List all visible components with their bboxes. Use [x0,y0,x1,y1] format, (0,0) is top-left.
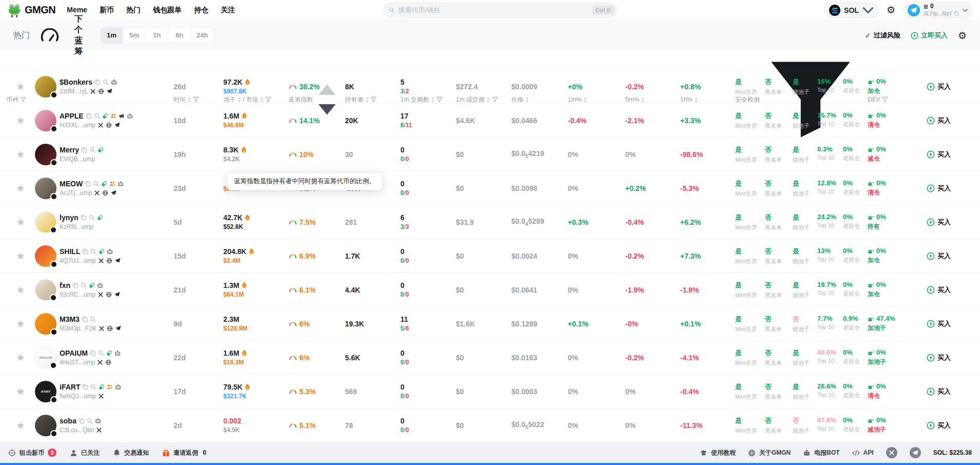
time-filter-1h[interactable]: 1h [146,28,168,43]
search-icon[interactable] [89,215,95,221]
copy-icon[interactable] [90,350,96,356]
pill-icon[interactable] [102,113,108,119]
footer-referral[interactable]: 邀请返佣0 [162,449,206,457]
favorite-star-icon[interactable] [16,286,25,294]
search-icon[interactable] [103,79,109,85]
favorite-star-icon[interactable] [16,387,25,395]
col-header-7[interactable]: 价格 [511,95,568,104]
footer-api[interactable]: API [852,449,874,457]
copy-icon[interactable] [82,248,88,255]
sort-icon[interactable] [365,97,369,103]
token-avatar[interactable] [35,279,56,301]
token-name[interactable]: iFART [60,383,80,391]
token-name[interactable]: APPLE [60,112,84,120]
settings-gear-icon[interactable]: ⚙ [887,5,895,15]
globe-icon[interactable] [106,122,112,128]
token-address[interactable]: 4HuST...ump [60,359,95,366]
copy-icon[interactable] [85,181,91,187]
token-address[interactable]: EViQB...ump [60,156,95,163]
footer-about-gmgn[interactable]: 关于GMGN [748,449,791,457]
people-icon[interactable] [110,113,117,119]
token-name[interactable]: lynyn [60,214,79,222]
token-avatar[interactable] [35,144,56,165]
token-address[interactable]: 2ztfM...njL [60,88,88,95]
buy-button[interactable]: 买入 [927,218,974,227]
col-header-6[interactable]: 1m 成交额 [456,95,511,104]
search-icon[interactable] [89,147,95,153]
filter-risk-toggle[interactable]: ✓ 过滤风险 [865,31,900,40]
sort-icon[interactable] [431,97,435,103]
copy-icon[interactable] [94,79,101,85]
globe-icon[interactable] [98,88,104,94]
sort-icon[interactable] [260,97,264,103]
col-header-10[interactable]: 1h% [680,96,735,103]
col-header-11[interactable]: 安全检测 [735,50,868,149]
copy-icon[interactable] [81,147,87,153]
pill-icon[interactable] [101,181,107,187]
time-filter-1m[interactable]: 1m [101,28,123,43]
x-icon[interactable] [98,258,104,264]
col-header-2[interactable]: 池子/市值 [223,95,289,104]
col-header-8[interactable]: 1m% [568,96,625,103]
time-filter-6h[interactable]: 6h [168,28,191,43]
token-name[interactable]: SHILL [60,247,80,256]
globe-icon[interactable] [106,292,112,298]
col-header-1[interactable]: 时间 [174,95,223,104]
nav-item-new-pairs[interactable]: 新币 [100,6,114,15]
buy-button[interactable]: 买入 [927,421,974,430]
telegram-icon[interactable] [910,447,921,458]
search-icon[interactable] [93,181,99,187]
token-address[interactable]: KzRf8...ump [60,223,93,230]
token-address[interactable]: 5eNQJ...ump [60,393,96,400]
col-header-token[interactable]: 币种 [6,95,174,104]
tg-icon[interactable] [110,190,117,196]
favorite-star-icon[interactable] [16,252,25,260]
token-name[interactable]: M3M3 [60,315,80,323]
copy-icon[interactable] [82,316,88,322]
col-header-4[interactable]: 持有者 [345,95,400,104]
x-icon[interactable] [99,325,105,332]
token-row[interactable]: fxn92cRC...ump21d1.3M$64.1M6.1%4.4K00/0$… [0,273,980,307]
copy-icon[interactable] [86,113,92,119]
tg-icon[interactable] [114,258,121,264]
funnel-icon[interactable] [193,96,199,103]
megaphone-icon[interactable] [119,113,125,119]
buy-button[interactable]: 买入 [927,184,974,193]
token-name[interactable]: $Bonkers [60,78,92,86]
funnel-icon[interactable] [882,96,888,103]
token-row[interactable]: iFARTiFART5eNQJ...ump17d79.5K$321.7K5.3%… [0,375,980,409]
tab-hot[interactable]: 热门 [13,30,30,41]
token-avatar[interactable]: OPAIUM [35,347,56,369]
buy-button[interactable]: 买入 [927,387,974,396]
funnel-icon[interactable] [265,96,272,103]
tg-icon[interactable] [106,88,112,94]
tg-icon[interactable] [114,122,120,128]
token-address[interactable]: M3M3p...F2K [60,325,97,332]
favorite-star-icon[interactable] [16,184,25,192]
globe-icon[interactable] [105,359,111,365]
token-avatar[interactable] [35,211,56,233]
token-address[interactable]: 4Q7UJ...ump [60,257,96,264]
copy-icon[interactable] [72,282,79,288]
nav-item-meme[interactable]: Meme [67,6,87,15]
copy-icon[interactable] [82,384,88,390]
pill-icon[interactable] [106,350,112,356]
copy-icon[interactable] [954,11,959,16]
bot-icon[interactable] [95,418,101,424]
favorite-star-icon[interactable] [16,320,25,327]
copy-icon[interactable] [79,418,85,424]
col-header-9[interactable]: 5m% [625,96,680,103]
wallet-menu[interactable]: 0 3LYlp...6qY [902,2,973,19]
token-address[interactable]: AcJTj...ump [60,189,92,197]
token-address[interactable]: H33XL...ump [60,122,95,129]
favorite-star-icon[interactable] [16,421,25,429]
buy-button[interactable]: 买入 [927,82,974,91]
footer-trade-alerts[interactable]: 交易通知 [113,449,149,457]
pill-icon[interactable] [97,215,103,221]
bot-icon[interactable] [107,248,113,255]
sort-icon[interactable] [694,97,698,103]
footer-watchlist[interactable]: 已关注 [70,449,100,457]
token-name[interactable]: fxn [60,281,70,289]
pill-icon[interactable] [99,384,105,390]
instant-buy-button[interactable]: 立即买入 [911,31,948,40]
